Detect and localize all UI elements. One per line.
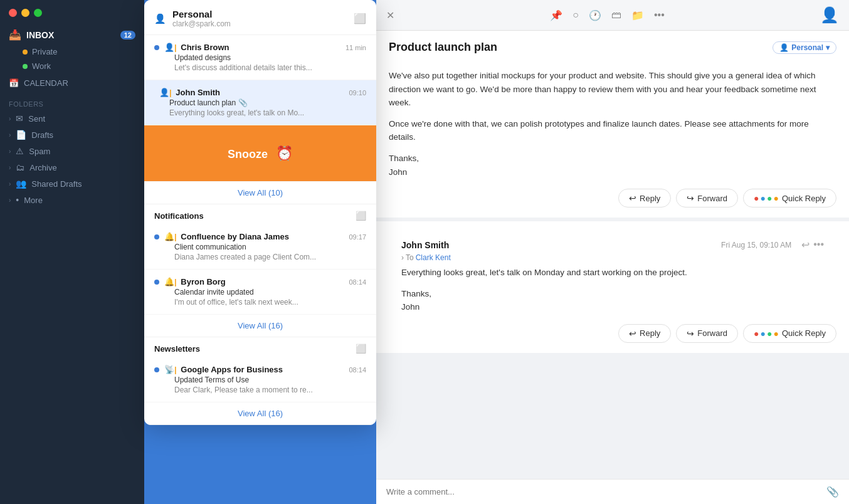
forward-button-1[interactable]: ↪ Forward: [676, 189, 738, 207]
more-small-icon[interactable]: •••: [813, 239, 824, 251]
email-content: | Chris Brown 11 min Updated designs Let…: [174, 43, 366, 72]
chevron-icon: ›: [9, 164, 11, 171]
priority-icon: |: [174, 365, 177, 374]
personal-tag-label: Personal: [791, 43, 823, 52]
email-sender: | Google Apps for Business: [174, 365, 283, 374]
chevron-down-icon: ▾: [826, 43, 830, 52]
sidebar-item-sent[interactable]: › ✉ Sent: [0, 110, 144, 127]
folder-icon[interactable]: 📁: [631, 9, 644, 21]
sidebar-item-drafts[interactable]: › 📄 Drafts: [0, 127, 144, 143]
archive-icon: 🗂: [16, 162, 24, 172]
email-time: 09:17: [349, 233, 366, 241]
message-card-2: John Smith Fri Aug 15, 09:10 AM ↩ ••• › …: [376, 221, 849, 357]
close-pane-icon[interactable]: ✕: [386, 9, 394, 21]
unread-dot: [154, 45, 159, 50]
sidebar-item-calendar[interactable]: 📅 CALENDAR: [0, 75, 144, 92]
priority-icon: |: [174, 232, 177, 241]
email-item-chris-brown[interactable]: 👤 | Chris Brown 11 min Updated designs L…: [144, 35, 376, 80]
calendar-label: CALENDAR: [24, 78, 68, 88]
to-clark-kent[interactable]: Clark Kent: [416, 253, 451, 262]
fullscreen-button[interactable]: [34, 9, 42, 17]
reply-small-icon[interactable]: ↩: [801, 239, 809, 251]
rss-icon: 📡: [164, 365, 174, 394]
sidebar-item-more[interactable]: › • More: [0, 192, 144, 208]
personal-tag[interactable]: 👤 Personal ▾: [773, 41, 836, 54]
calendar-icon: 📅: [9, 78, 19, 88]
email-content: | John Smith 09:10 Product launch plan 📎…: [169, 88, 366, 117]
message2-body: Everything looks great, let's talk on Mo…: [389, 266, 836, 314]
message2-signature: Thanks, John: [401, 287, 824, 314]
sent-icon: ✉: [16, 113, 23, 123]
message2-date: Fri Aug 15, 09:10 AM: [721, 241, 791, 249]
avatar-icon: 👤: [164, 43, 174, 72]
email-content: | Confluence by Diana James 09:17 Client…: [174, 232, 366, 261]
circle-icon[interactable]: ○: [572, 9, 579, 21]
chevron-icon: ›: [9, 181, 11, 187]
email-time: 08:14: [349, 366, 366, 374]
archive-icon[interactable]: 🗃: [611, 9, 621, 21]
archive-label: Archive: [29, 163, 56, 172]
more-options-icon[interactable]: •••: [654, 9, 665, 21]
sidebar-item-private-label: Private: [32, 47, 57, 56]
view-all-notifications-link[interactable]: View All (16): [144, 315, 376, 337]
panel-close-icon[interactable]: ⬜: [354, 13, 366, 24]
email-content: | Byron Borg 08:14 Calendar invite updat…: [174, 277, 366, 307]
email-preview: I'm out of office, let's talk next week.…: [174, 298, 337, 307]
attachment-icon: 📎: [238, 98, 248, 107]
view-all-newsletters-link[interactable]: View All (16): [144, 402, 376, 425]
compose-bar: 📎: [376, 479, 849, 504]
email-subject: Updated Terms of Use: [174, 375, 366, 384]
priority-icon: |: [169, 88, 172, 97]
sidebar-item-work[interactable]: Work: [0, 59, 144, 73]
sidebar-item-spam[interactable]: › ⚠ Spam: [0, 143, 144, 159]
sidebar-item-archive[interactable]: › 🗂 Archive: [0, 159, 144, 176]
close-button[interactable]: [9, 9, 17, 17]
dropdown-panel: 👤 Personal clark@spark.com ⬜ 👤 | Chris B…: [144, 0, 376, 425]
compose-input[interactable]: [386, 487, 826, 496]
shared-drafts-label: Shared Drafts: [31, 179, 82, 189]
quick-reply-button-2[interactable]: ●●●● Quick Reply: [743, 324, 836, 343]
email-item-confluence[interactable]: 🔔 | Confluence by Diana James 09:17 Clie…: [144, 224, 376, 270]
view-all-personal-link[interactable]: View All (10): [144, 182, 376, 204]
sidebar-item-shared-drafts[interactable]: › 👥 Shared Drafts: [0, 176, 144, 192]
user-avatar[interactable]: 👤: [820, 6, 839, 24]
minimize-button[interactable]: [21, 9, 29, 17]
reply-button-2[interactable]: ↩ Reply: [618, 324, 671, 343]
email-content-area: Product launch plan 👤 Personal ▾ We've a…: [376, 31, 849, 479]
email-item-google-apps[interactable]: 📡 | Google Apps for Business 08:14 Updat…: [144, 357, 376, 402]
compose-attach-icon[interactable]: 📎: [826, 486, 839, 498]
clock-icon[interactable]: 🕐: [589, 9, 601, 21]
priority-icon: |: [174, 43, 177, 52]
avatar-icon: 👤: [159, 88, 169, 117]
email-subject: Client communication: [174, 243, 366, 251]
quick-reply-button-1[interactable]: ●●●● Quick Reply: [743, 189, 836, 207]
sent-label: Sent: [28, 114, 45, 123]
pin-icon[interactable]: 📌: [550, 9, 562, 21]
snooze-item[interactable]: Snooze ⏰: [144, 125, 376, 182]
forward-button-2[interactable]: ↪ Forward: [676, 324, 738, 343]
email-item-byron-borg[interactable]: 🔔 | Byron Borg 08:14 Calendar invite upd…: [144, 270, 376, 315]
bell-icon: 🔔: [164, 232, 174, 261]
spam-label: Spam: [29, 147, 50, 156]
chevron-icon: ›: [9, 197, 11, 204]
sidebar-item-private[interactable]: Private: [0, 45, 144, 59]
drafts-label: Drafts: [31, 130, 53, 140]
unread-dot: [154, 367, 159, 372]
thread-title: Product launch plan: [389, 41, 497, 54]
inbox-badge: 12: [120, 31, 135, 39]
sidebar-item-inbox[interactable]: 📥 INBOX 12: [0, 25, 144, 45]
newsletters-section-header: Newsletters ⬜: [144, 337, 376, 357]
email-item-john-smith[interactable]: 👤 | John Smith 09:10 Product launch plan…: [144, 80, 376, 125]
email-preview: Diana James created a page Client Com...: [174, 253, 337, 261]
unread-dot: [154, 234, 159, 239]
email-sender: | Chris Brown: [174, 43, 229, 52]
notifications-archive-icon[interactable]: ⬜: [356, 211, 366, 221]
quick-reply-icon: ●●●●: [754, 328, 779, 339]
reply-button-1[interactable]: ↩ Reply: [618, 189, 671, 207]
more-icon: •: [16, 195, 19, 205]
more-label: More: [24, 196, 43, 205]
folders-section-label: Folders: [0, 92, 144, 110]
person-icon: 👤: [154, 13, 166, 24]
newsletters-archive-icon[interactable]: ⬜: [356, 344, 366, 354]
email-time: 08:14: [349, 278, 366, 286]
